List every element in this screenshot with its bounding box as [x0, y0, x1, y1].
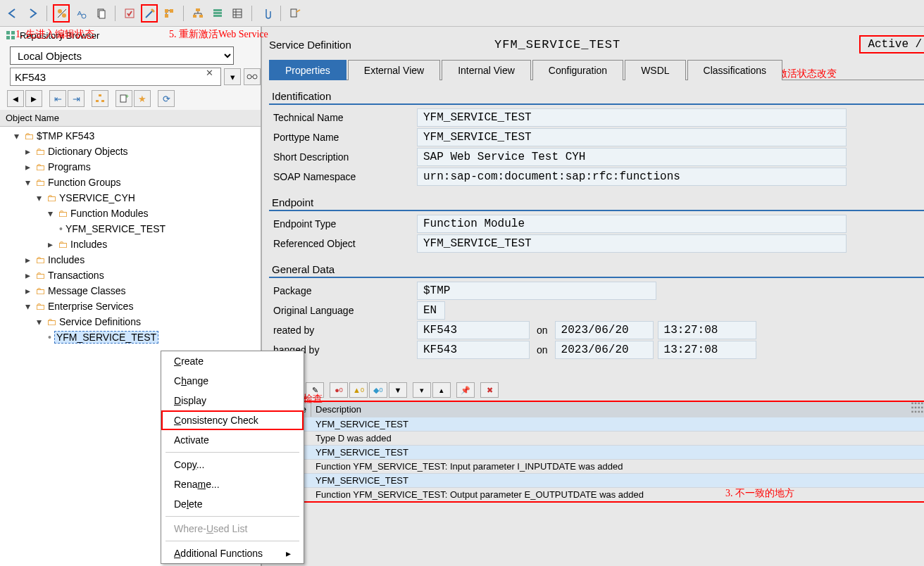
log-row[interactable]: YFM_SERVICE_TEST — [311, 446, 924, 459]
edit-mode-icon[interactable] — [53, 4, 70, 23]
log-sort-icon[interactable]: ▾ — [413, 382, 431, 398]
resize-handle-icon[interactable]: ▪▪▪▪▪▪▪▪▪▪▪▪ — [911, 401, 924, 414]
glasses-icon[interactable] — [244, 68, 261, 85]
forward-icon[interactable] — [24, 4, 41, 23]
technical-name-value: YFM_SERVICE_TEST — [417, 108, 847, 127]
list-icon[interactable] — [229, 4, 246, 23]
ctx-where-used: Where-Used List — [161, 519, 304, 539]
namespace-value: urn:sap-com:document:sap:rfc:functions — [417, 168, 847, 186]
tab-properties[interactable]: Properties — [269, 60, 346, 80]
activate-icon[interactable] — [121, 4, 138, 23]
add-fav-icon[interactable]: + — [116, 90, 132, 107]
favorite-icon[interactable]: ★ — [134, 90, 151, 107]
svg-rect-9 — [196, 8, 200, 11]
log-filter-icon[interactable]: ▼ — [389, 382, 407, 398]
created-date: 2023/06/20 — [555, 321, 654, 339]
tree-message-classes[interactable]: Message Classes — [48, 285, 126, 296]
service-definition-label: Service Definition — [269, 39, 480, 51]
copy-icon[interactable] — [92, 4, 109, 23]
annotation-1: 1. 先进入编辑状态 — [15, 28, 94, 41]
package-label: Package — [269, 285, 417, 296]
orig-lang-value: EN — [417, 301, 445, 320]
settings-icon[interactable] — [287, 4, 304, 23]
referenced-object-label: Referenced Object — [269, 238, 417, 249]
technical-name-label: Technical Name — [269, 112, 417, 123]
ctx-additional-functions[interactable]: Additional Functions▸ — [161, 543, 304, 563]
tree-header: Object Name — [0, 110, 261, 127]
log-table[interactable]: ypeDescription ◆YFM_SERVICE_TEST Type D … — [286, 401, 924, 503]
tree-includes-inner[interactable]: Includes — [70, 239, 107, 250]
ctx-consistency-check[interactable]: Consistency Check — [161, 410, 304, 430]
log-up-icon[interactable]: ▴ — [432, 382, 451, 398]
svg-rect-17 — [6, 31, 10, 34]
tree-root[interactable]: $TMP KF543 — [37, 130, 94, 142]
log-row[interactable]: YFM_SERVICE_TEST — [311, 474, 924, 487]
log-error-icon[interactable]: ●0 — [330, 382, 348, 398]
service-name-value: YFM_SERVICE_TEST — [487, 35, 852, 54]
tree-fm-item[interactable]: YFM_SERVICE_TEST — [65, 223, 166, 234]
attach-icon[interactable] — [258, 4, 275, 23]
clear-icon[interactable]: ✕ — [206, 68, 213, 78]
svg-rect-11 — [199, 15, 203, 18]
log-row[interactable]: YFM_SERVICE_TEST — [311, 417, 924, 431]
package-value: $TMP — [417, 282, 656, 300]
log-row[interactable]: Function YFM_SERVICE_TEST: Input paramet… — [311, 460, 924, 473]
log-col-desc: Description — [311, 402, 924, 417]
reactivate-icon[interactable] — [141, 4, 158, 23]
back-icon[interactable] — [4, 4, 21, 23]
dropdown-icon[interactable]: ▾ — [224, 68, 241, 85]
svg-rect-15 — [233, 9, 242, 18]
section-identification: Identification Technical NameYFM_SERVICE… — [269, 89, 924, 187]
expand-icon[interactable]: ⇥ — [68, 90, 85, 107]
tab-wsdl[interactable]: WSDL — [625, 60, 685, 80]
log-row[interactable]: Function YFM_SERVICE_TEST: Output parame… — [311, 488, 924, 501]
tree-dictionary[interactable]: Dictionary Objects — [48, 146, 128, 157]
tree-transactions[interactable]: Transactions — [48, 270, 104, 281]
nav-fwd-icon[interactable]: ► — [25, 90, 42, 107]
ctx-copy[interactable]: Copy... — [161, 455, 304, 474]
collapse-icon[interactable]: ⇤ — [49, 90, 66, 107]
tree-enterprise-services[interactable]: Enterprise Services — [48, 301, 133, 312]
repo-scope-select[interactable]: Local Objects — [10, 46, 234, 65]
where-used-icon[interactable] — [161, 4, 177, 23]
tree-includes[interactable]: Includes — [48, 254, 85, 265]
check-icon[interactable] — [73, 4, 89, 23]
log-pin-icon[interactable]: 📌 — [456, 382, 475, 398]
ctx-delete[interactable]: Delete — [161, 494, 304, 514]
ctx-activate[interactable]: Activate — [161, 430, 304, 450]
tree-service-definitions[interactable]: Service Definitions — [59, 316, 141, 327]
stack-icon[interactable] — [209, 4, 226, 23]
tree-svc-item[interactable]: YFM_SERVICE_TEST — [54, 331, 158, 344]
ctx-rename[interactable]: Rename... — [161, 474, 304, 494]
created-by-value: KF543 — [417, 321, 530, 339]
tree-function-modules[interactable]: Function Modules — [70, 208, 149, 219]
svg-rect-4 — [99, 11, 105, 18]
refresh-icon[interactable]: ⟳ — [158, 90, 175, 107]
svg-rect-16 — [291, 9, 296, 17]
ctx-display[interactable]: Display — [161, 391, 304, 410]
log-row[interactable]: Type D was added — [311, 432, 924, 445]
log-info-icon[interactable]: ◆0 — [369, 382, 387, 398]
created-time: 13:27:08 — [658, 321, 756, 339]
tab-classifications[interactable]: Classifications — [687, 60, 782, 80]
consistency-log: ▮ ✎ ●0 ▲0 ◆0 ▼ ▾ ▴ 📌 ✖ ypeDescription ◆Y… — [269, 381, 924, 503]
svg-rect-7 — [170, 9, 173, 13]
tree-hier-icon[interactable] — [92, 90, 108, 107]
ctx-create[interactable]: Create — [161, 351, 304, 371]
hierarchy-icon[interactable] — [189, 4, 206, 23]
ctx-change[interactable]: Change — [161, 371, 304, 391]
log-warning-icon[interactable]: ▲0 — [349, 382, 368, 398]
tree-programs[interactable]: Programs — [48, 161, 91, 172]
nav-back-icon[interactable]: ◄ — [7, 90, 24, 107]
section-general-data: General Data Package$TMP Original Langua… — [269, 262, 924, 360]
status-badge: Active / revised — [859, 35, 924, 54]
tree-function-groups[interactable]: Function Groups — [48, 177, 121, 188]
tab-external-view[interactable]: External View — [348, 60, 440, 80]
tab-internal-view[interactable]: Internal View — [442, 60, 531, 80]
svg-rect-18 — [11, 31, 15, 34]
log-close-icon[interactable]: ✖ — [480, 382, 499, 398]
repo-filter-input[interactable] — [10, 68, 221, 86]
svg-point-1 — [62, 13, 66, 18]
tree-yservice[interactable]: YSERVICE_CYH — [59, 192, 135, 203]
tab-configuration[interactable]: Configuration — [532, 60, 623, 80]
